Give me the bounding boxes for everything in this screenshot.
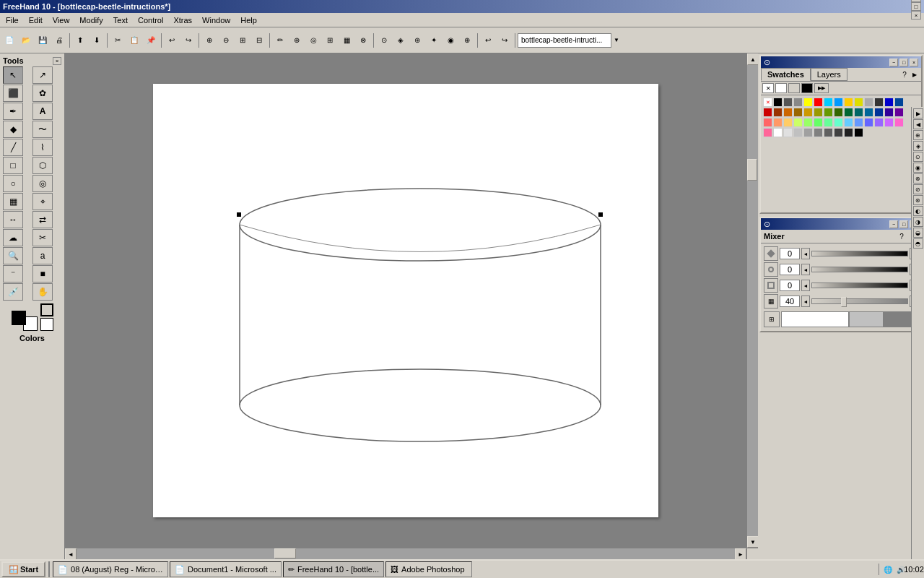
swatch-t10[interactable]	[854, 128, 863, 137]
horizontal-scrollbar[interactable]: ◄ ►	[65, 548, 746, 559]
swatch-r7[interactable]	[824, 108, 833, 117]
swatch-t7[interactable]	[824, 128, 833, 137]
mixer-b-left[interactable]: ◄	[801, 280, 810, 291]
fill-box[interactable]	[40, 318, 53, 331]
strip-btn-13[interactable]: ◓	[913, 238, 923, 249]
canvas-area[interactable]: ▲ ▼ ◄ ►	[65, 53, 758, 559]
swatch-r4[interactable]	[793, 108, 803, 117]
swatch-r14[interactable]	[894, 108, 904, 117]
swatch-r12[interactable]	[874, 108, 884, 117]
scroll-v-thumb[interactable]	[747, 159, 757, 181]
blend-tool[interactable]: ▦	[3, 193, 23, 210]
mixer-r-left[interactable]: ◄	[801, 248, 810, 259]
calligraphy-tool[interactable]: ⁻	[3, 265, 23, 282]
swatch-r5[interactable]	[803, 108, 813, 117]
strip-btn-2[interactable]: ◀	[913, 119, 923, 129]
tb-tool-12[interactable]: ⊕	[459, 33, 475, 48]
import-button[interactable]: ⬆	[72, 33, 88, 48]
taskbar-item-4[interactable]: 🖼 Adobe Photoshop	[385, 561, 472, 577]
tb-tool-13[interactable]: ↩	[480, 33, 496, 48]
close-button[interactable]: ×	[911, 11, 921, 20]
save-button[interactable]: 💾	[35, 33, 51, 48]
zoom-fit-button[interactable]: ⊞	[235, 33, 250, 48]
tb-tool-11[interactable]: ◉	[443, 33, 458, 48]
tb-tool-2[interactable]: ⊕	[289, 33, 305, 48]
swatch-r10[interactable]	[854, 108, 863, 117]
toolbox-close[interactable]: ×	[53, 57, 61, 65]
swatch-s3[interactable]	[783, 118, 793, 127]
open-button[interactable]: 📂	[18, 33, 34, 48]
mixer-r-input[interactable]	[780, 248, 800, 259]
menu-edit[interactable]: Edit	[25, 14, 47, 26]
tb-tool-14[interactable]: ↪	[497, 33, 513, 48]
swatch-r1[interactable]	[763, 108, 772, 117]
mixer-color-btn[interactable]: ⊞	[764, 311, 780, 327]
tb-tool-5[interactable]: ▦	[339, 33, 354, 48]
swatch-s5[interactable]	[803, 118, 813, 127]
swatch-s14[interactable]	[894, 118, 904, 127]
shape-tool[interactable]: ■	[32, 265, 53, 282]
swatch-s2[interactable]	[773, 118, 783, 127]
menu-modify[interactable]: Modify	[75, 14, 107, 26]
swatch-none[interactable]: ✕	[763, 98, 772, 107]
maximize-button[interactable]: □	[911, 2, 921, 11]
menu-control[interactable]: Control	[134, 14, 167, 26]
swatch-t9[interactable]	[844, 128, 853, 137]
eyedropper-tool[interactable]: 💉	[3, 283, 23, 301]
swatch-r6[interactable]	[814, 108, 823, 117]
scroll-h-track[interactable]	[77, 548, 735, 559]
undo-button[interactable]: ↩	[164, 33, 180, 48]
cut-button[interactable]: ✂	[110, 33, 126, 48]
swatch-white-btn[interactable]	[775, 83, 787, 93]
swatch-s7[interactable]	[824, 118, 833, 127]
select-tool[interactable]: ↖	[3, 66, 23, 84]
menu-window[interactable]: Window	[198, 14, 235, 26]
redo-button[interactable]: ↪	[180, 33, 196, 48]
mixer-k-left[interactable]: ◄	[801, 296, 810, 307]
swatch-t1[interactable]	[763, 128, 772, 137]
mixer-color-middle[interactable]	[849, 311, 884, 327]
swatch-none-btn[interactable]: ✕	[762, 83, 774, 93]
strip-btn-6[interactable]: ◉	[913, 163, 923, 173]
freehand-tool[interactable]: 〜	[32, 121, 53, 138]
type-tool2[interactable]: a	[32, 247, 53, 264]
spiral-tool[interactable]: ◎	[32, 175, 53, 192]
swatch-c11[interactable]	[874, 98, 884, 107]
zoom-tool[interactable]: 🔍	[3, 247, 23, 264]
swatch-c9[interactable]	[854, 98, 863, 107]
tb-tool-10[interactable]: ✦	[426, 33, 442, 48]
pen-tool[interactable]: ✒	[3, 103, 23, 120]
freeform-tool[interactable]: ✿	[32, 85, 53, 102]
swatch-c2[interactable]	[783, 98, 793, 107]
ellipse-tool[interactable]: ○	[3, 175, 23, 192]
line-tool[interactable]: ╱	[3, 139, 23, 156]
swatch-add-btn[interactable]: ▶▶	[814, 83, 829, 93]
swatches-minimize[interactable]: −	[889, 59, 898, 66]
fg-color-box[interactable]	[12, 311, 26, 325]
swatch-s6[interactable]	[814, 118, 823, 127]
vertical-scrollbar[interactable]: ▲ ▼	[746, 53, 758, 548]
zoom-out-button[interactable]: ⊖	[218, 33, 234, 48]
mixer-g-icon[interactable]	[764, 262, 778, 277]
mixer-k-input[interactable]	[780, 296, 800, 307]
swatch-s11[interactable]	[864, 118, 873, 127]
menu-file[interactable]: File	[1, 14, 23, 26]
tab-swatches[interactable]: Swatches	[761, 68, 811, 81]
strip-btn-1[interactable]: ▶	[913, 108, 923, 118]
mixer-b-track[interactable]	[811, 282, 908, 288]
strip-btn-5[interactable]: ⊙	[913, 152, 923, 162]
swatch-r8[interactable]	[834, 108, 843, 117]
swatches-maximize[interactable]: □	[899, 59, 908, 66]
mixer-maximize[interactable]: □	[899, 220, 908, 228]
swatch-s10[interactable]	[854, 118, 863, 127]
paste-button[interactable]: 📌	[143, 33, 159, 48]
mixer-b-icon[interactable]	[764, 278, 778, 293]
mixer-color-left[interactable]	[781, 311, 849, 327]
hand-tool[interactable]: ✋	[32, 283, 53, 301]
filename-display[interactable]: bottlecap-beetle-intructi...	[518, 33, 611, 48]
strip-btn-7[interactable]: ⊗	[913, 173, 923, 184]
strip-btn-3[interactable]: ⊕	[913, 130, 923, 140]
swatch-t5[interactable]	[803, 128, 813, 137]
swatch-r3[interactable]	[783, 108, 793, 117]
mixer-minimize[interactable]: −	[889, 220, 898, 228]
